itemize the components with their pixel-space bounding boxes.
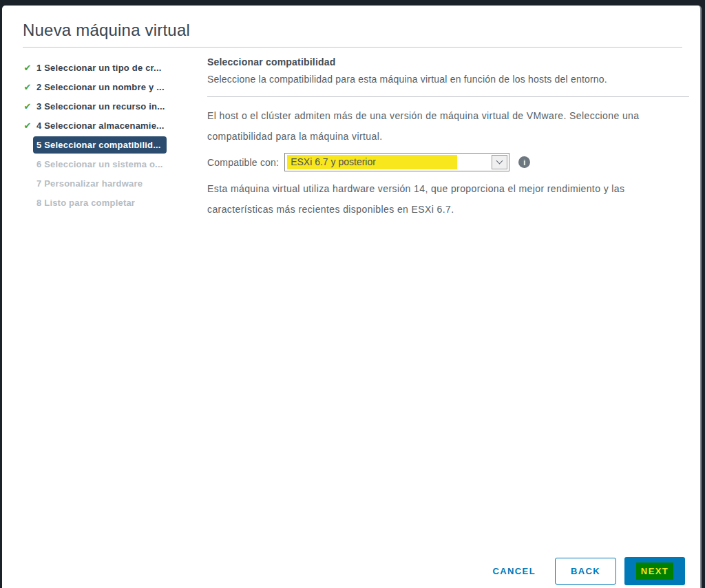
wizard-steps-nav: ✔ 1 Seleccionar un tipo de cr... ✔ 2 Sel… — [23, 58, 199, 212]
hardware-version-text: Esta máquina virtual utiliza hardware ve… — [207, 178, 678, 220]
check-icon: ✔ — [23, 120, 32, 131]
check-icon: ✔ — [23, 63, 32, 73]
wizard-step-2[interactable]: ✔ 2 Seleccionar un nombre y ... — [23, 77, 199, 96]
wizard-step-label: 4 Seleccionar almacenamie... — [36, 120, 165, 131]
wizard-step-1[interactable]: ✔ 1 Seleccionar un tipo de cr... — [23, 58, 199, 77]
content-divider — [207, 96, 689, 97]
next-button-label: NEXT — [636, 563, 673, 580]
wizard-step-label: 2 Seleccionar un nombre y ... — [36, 82, 165, 92]
compatible-with-label: Compatible con: — [207, 157, 279, 168]
wizard-step-4[interactable]: ✔ 4 Seleccionar almacenamie... — [23, 116, 199, 135]
compatibility-select[interactable]: ESXi 6.7 y posterior — [284, 153, 509, 171]
wizard-step-5-active[interactable]: 5 Seleccionar compatibilid... — [23, 135, 199, 154]
back-button[interactable]: BACK — [555, 558, 616, 585]
wizard-step-label: 7 Personalizar hardware — [36, 178, 143, 189]
chevron-down-icon[interactable] — [492, 155, 507, 169]
wizard-step-label: 6 Seleccionar un sistema o... — [36, 159, 163, 169]
step-content-panel: Seleccionar compatibilidad Seleccione la… — [207, 56, 689, 220]
check-icon: ✔ — [23, 101, 32, 112]
wizard-step-7: 7 Personalizar hardware — [23, 174, 199, 193]
wizard-step-3[interactable]: ✔ 3 Seleccionar un recurso in... — [23, 96, 199, 116]
wizard-footer: CANCEL BACK NEXT — [484, 557, 685, 585]
content-heading: Seleccionar compatibilidad — [207, 56, 689, 67]
wizard-step-6: 6 Seleccionar un sistema o... — [23, 154, 199, 174]
wizard-step-label: 3 Seleccionar un recurso in... — [36, 101, 165, 112]
title-divider — [23, 47, 682, 48]
check-icon: ✔ — [23, 82, 32, 92]
cancel-button[interactable]: CANCEL — [484, 559, 544, 583]
dialog-title: Nueva máquina virtual — [23, 21, 190, 40]
content-description: Seleccione la compatibilidad para esta m… — [207, 73, 689, 86]
next-button[interactable]: NEXT — [624, 557, 685, 585]
wizard-step-label: 5 Seleccionar compatibilid... — [33, 136, 167, 154]
new-vm-wizard-dialog: Nueva máquina virtual ✔ 1 Seleccionar un… — [2, 6, 702, 588]
compatibility-row: Compatible con: ESXi 6.7 y posterior i — [207, 153, 689, 171]
compatibility-selected-value: ESXi 6.7 y posterior — [287, 155, 457, 169]
wizard-step-8: 8 Listo para completar — [23, 193, 199, 212]
info-icon[interactable]: i — [518, 156, 530, 168]
wizard-step-label: 8 Listo para completar — [36, 198, 135, 208]
wizard-step-label: 1 Seleccionar un tipo de cr... — [36, 63, 162, 73]
compatibility-intro-text: El host o el clúster admiten más de una … — [207, 105, 642, 147]
